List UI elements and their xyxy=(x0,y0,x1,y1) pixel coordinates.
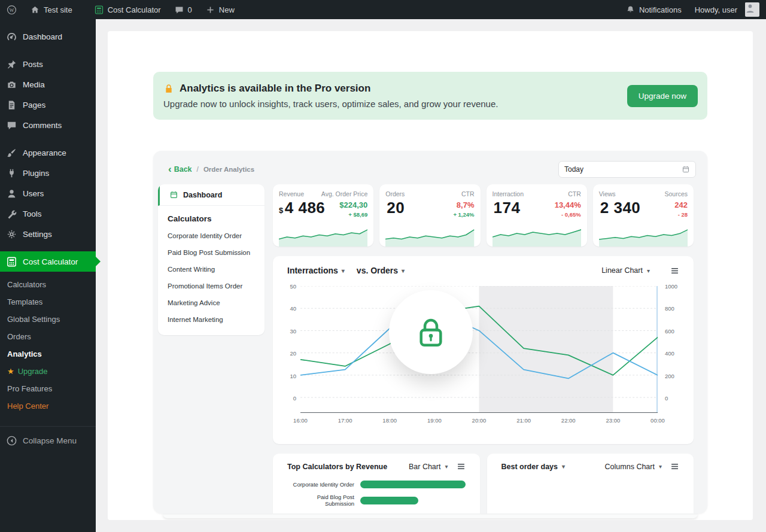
best-order-days-select[interactable]: Best order days▾ xyxy=(501,463,566,471)
site-name: Test site xyxy=(44,5,72,14)
preview-nav: Dashboard Calculators Corporate Identity… xyxy=(158,184,265,335)
bar-label: Paid Blog Post Submission xyxy=(287,494,354,507)
metric-b-select[interactable]: vs. Orders▾ xyxy=(357,266,405,275)
metric-a-select[interactable]: Interractions▾ xyxy=(287,266,345,275)
sidebar-item-cost-calculator[interactable]: Cost Calculator xyxy=(0,251,96,272)
bar-row: Corporate Identity Order xyxy=(287,481,466,488)
chart-menu-icon[interactable] xyxy=(670,462,679,471)
chevron-down-icon: ▾ xyxy=(562,463,565,470)
site-name-link[interactable]: Test site xyxy=(23,0,79,19)
notifications-button[interactable]: Notifications xyxy=(619,0,688,19)
submenu-analytics[interactable]: Analytics xyxy=(0,345,96,363)
admin-bar-cost-calculator[interactable]: Cost Calculator xyxy=(87,0,168,19)
calendar-grid-icon xyxy=(169,190,178,199)
sidebar-item-comments[interactable]: Comments xyxy=(0,115,96,135)
sidebar-item-media[interactable]: Media xyxy=(0,74,96,95)
submenu-orders[interactable]: Orders xyxy=(0,328,96,345)
nav-calculator-item[interactable]: Content Writing xyxy=(158,261,265,278)
stat-card-revenue: RevenueAvg. Order Price $4 486 $224,30 +… xyxy=(273,184,373,247)
line-chart-plot xyxy=(300,286,658,413)
sidebar-label: Settings xyxy=(23,230,52,239)
collapse-menu-button[interactable]: Collapse Menu xyxy=(0,430,96,451)
preview-main: RevenueAvg. Order Price $4 486 $224,30 +… xyxy=(273,184,694,513)
views-sparkline xyxy=(599,227,688,247)
submenu-templates[interactable]: Templates xyxy=(0,293,96,311)
users-icon xyxy=(6,188,17,199)
admin-bar-comments[interactable]: 0 xyxy=(168,0,199,19)
submenu-upgrade[interactable]: ★ Upgrade xyxy=(0,363,96,380)
upgrade-now-button[interactable]: Upgrade now xyxy=(627,85,698,107)
back-label: Back xyxy=(174,165,192,174)
sidebar-label: Users xyxy=(23,189,44,198)
chevron-down-icon: ▾ xyxy=(647,267,650,274)
pro-banner: Analytics is available in the Pro versio… xyxy=(153,72,707,120)
chart-menu-icon[interactable] xyxy=(457,462,466,471)
stat-right-label: Avg. Order Price xyxy=(321,190,367,197)
submenu-help-center[interactable]: Help Center xyxy=(0,397,96,415)
sidebar-label: Media xyxy=(23,80,45,89)
date-filter[interactable]: Today xyxy=(558,161,696,178)
sidebar-item-settings[interactable]: Settings xyxy=(0,224,96,244)
sidebar-label: Plugins xyxy=(23,169,49,178)
account-menu[interactable]: Howdy, user xyxy=(688,0,766,19)
sidebar-item-users[interactable]: Users xyxy=(0,183,96,203)
columns-chart-type-select[interactable]: Columns Chart▾ xyxy=(605,463,662,471)
sidebar-item-dashboard[interactable]: Dashboard xyxy=(0,26,96,47)
new-label: New xyxy=(219,5,235,14)
preview-body: Dashboard Calculators Corporate Identity… xyxy=(153,184,707,513)
chart-menu-icon[interactable] xyxy=(670,266,679,275)
home-icon xyxy=(30,5,40,15)
cost-calculator-submenu: Calculators Templates Global Settings Or… xyxy=(0,272,96,422)
date-filter-value: Today xyxy=(564,165,583,174)
stat-value: 174 xyxy=(493,199,521,218)
submenu-global-settings[interactable]: Global Settings xyxy=(0,311,96,328)
back-link[interactable]: ‹ Back xyxy=(168,165,192,174)
stat-right-label: CTR xyxy=(461,190,475,197)
sidebar-item-tools[interactable]: Tools xyxy=(0,203,96,224)
submenu-pro-features[interactable]: Pro Features xyxy=(0,380,96,397)
nav-calculator-item[interactable]: Marketing Advice xyxy=(158,294,265,311)
chevron-down-icon: ▾ xyxy=(659,463,662,470)
sidebar-label: Tools xyxy=(23,209,42,218)
sidebar-label: Dashboard xyxy=(23,32,62,41)
banner-subtitle: Upgrade now to unlock insights, track us… xyxy=(163,99,498,109)
bottom-row: Top Calculators by Revenue Bar Chart▾ Co… xyxy=(273,454,694,513)
nav-calculator-item[interactable]: Internet Marketing xyxy=(158,311,265,328)
sidebar-item-appearance[interactable]: Appearance xyxy=(0,142,96,163)
admin-bar-new[interactable]: New xyxy=(199,0,241,19)
stat-label: Revenue xyxy=(279,190,304,197)
line-chart xyxy=(300,286,658,412)
bell-icon xyxy=(625,5,636,15)
lock-icon xyxy=(163,83,174,94)
sidebar-item-posts[interactable]: Posts xyxy=(0,54,96,74)
stat-card-views: ViewsSources 2 340 242 - 28 xyxy=(593,184,694,247)
stat-delta: 242 - 28 xyxy=(674,199,688,218)
wordpress-logo[interactable]: W xyxy=(0,0,23,19)
avatar xyxy=(745,2,759,17)
menu-separator xyxy=(0,135,96,142)
stat-right-label: CTR xyxy=(568,190,581,197)
preview-header: ‹ Back / Order Analytics Today xyxy=(153,151,707,184)
nav-calculator-item[interactable]: Paid Blog Post Submission xyxy=(158,244,265,261)
calculators-heading: Calculators xyxy=(158,206,265,227)
sidebar-item-plugins[interactable]: Plugins xyxy=(0,163,96,183)
bar-row: Paid Blog Post Submission xyxy=(287,494,466,507)
banner-text: Analytics is available in the Pro versio… xyxy=(163,83,498,109)
pages-icon xyxy=(6,99,17,111)
x-axis: 16:0017:0018:0019:0020:0021:0022:0023:00… xyxy=(300,416,658,425)
bar xyxy=(360,481,466,488)
admin-sidebar: Dashboard Posts Media Pages Comments App… xyxy=(0,19,96,532)
nav-calculator-item[interactable]: Corporate Identity Order xyxy=(158,227,265,244)
breadcrumb: ‹ Back / Order Analytics xyxy=(168,165,254,174)
comments-count: 0 xyxy=(188,5,192,14)
sidebar-label: Posts xyxy=(23,60,43,69)
sidebar-item-pages[interactable]: Pages xyxy=(0,95,96,115)
stats-row: RevenueAvg. Order Price $4 486 $224,30 +… xyxy=(273,184,694,247)
chart-type-select[interactable]: Linear Chart▾ xyxy=(601,266,650,275)
stat-right-label: Sources xyxy=(664,190,688,197)
stat-delta: $224,30 + $8,69 xyxy=(339,199,367,218)
submenu-calculators[interactable]: Calculators xyxy=(0,276,96,293)
bar-chart-type-select[interactable]: Bar Chart▾ xyxy=(409,463,448,471)
preview-nav-dashboard[interactable]: Dashboard xyxy=(158,184,265,206)
nav-calculator-item[interactable]: Promotional Items Order xyxy=(158,278,265,294)
